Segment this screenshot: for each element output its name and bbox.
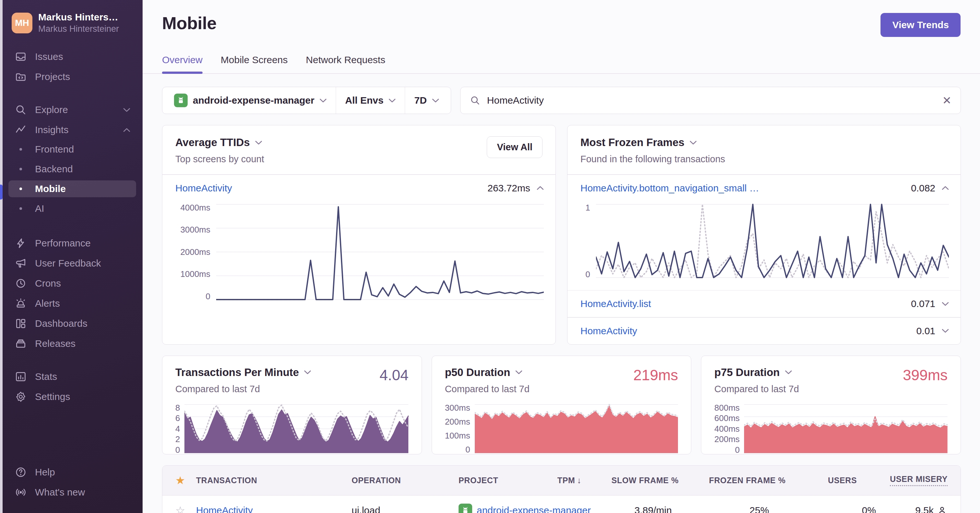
view-trends-button[interactable]: View Trends bbox=[880, 13, 961, 37]
sidebar-item-label: Stats bbox=[35, 371, 130, 382]
expand-icon[interactable] bbox=[942, 329, 949, 333]
p75-area-chart bbox=[744, 403, 948, 454]
transaction-link[interactable]: HomeActivity bbox=[581, 326, 637, 337]
tpm-value: 4.04 bbox=[380, 366, 409, 384]
sidebar-item-frontend[interactable]: Frontend bbox=[8, 141, 136, 158]
user-name: Markus Hintersteiner bbox=[38, 12, 119, 23]
sidebar-item-label: AI bbox=[35, 203, 130, 214]
line-chart-icon bbox=[14, 123, 27, 137]
frozen-frame-cell: 0% bbox=[769, 505, 876, 513]
tab-overview[interactable]: Overview bbox=[162, 54, 202, 73]
dashboard-grid-icon bbox=[14, 317, 27, 330]
sidebar-item-help[interactable]: Help bbox=[8, 463, 136, 481]
date-range-selector[interactable]: 7D bbox=[405, 87, 448, 114]
sidebar-item-mobile[interactable]: Mobile bbox=[8, 180, 136, 197]
main-content: Mobile View Trends Overview Mobile Scree… bbox=[143, 0, 980, 513]
transaction-link[interactable]: HomeActivity.bottom_navigation_small … bbox=[581, 183, 759, 194]
sidebar-item-insights[interactable]: Insights bbox=[8, 121, 136, 139]
collapse-icon[interactable] bbox=[942, 186, 949, 190]
chevron-down-icon[interactable] bbox=[690, 141, 697, 145]
card-title: p75 Duration bbox=[714, 366, 780, 379]
clock-icon bbox=[14, 277, 27, 290]
sidebar-item-label: Projects bbox=[35, 71, 130, 82]
android-platform-icon bbox=[458, 503, 472, 513]
sidebar-item-explore[interactable]: Explore bbox=[8, 101, 136, 119]
bullet-icon bbox=[19, 168, 22, 170]
chevron-down-icon[interactable] bbox=[785, 370, 792, 374]
lightning-icon bbox=[14, 237, 27, 250]
bullet-icon bbox=[19, 207, 22, 210]
chevron-up-icon bbox=[123, 128, 130, 132]
expand-icon[interactable] bbox=[942, 302, 949, 306]
megaphone-icon bbox=[14, 257, 27, 270]
y-axis-labels: 8 6 4 2 0 bbox=[175, 403, 180, 454]
chevron-down-icon[interactable] bbox=[304, 370, 311, 374]
p50-duration-card: p50 Duration Compared to last 7d 219ms 3… bbox=[432, 356, 692, 454]
average-ttids-card: Average TTIDs Top screens by count View … bbox=[162, 125, 556, 345]
sidebar-item-whats-new[interactable]: What's new bbox=[8, 483, 136, 501]
sidebar-item-label: Backend bbox=[35, 164, 130, 175]
android-platform-icon bbox=[174, 94, 188, 107]
sidebar-item-label: Performance bbox=[35, 238, 130, 249]
column-header-operation[interactable]: OPERATION bbox=[352, 476, 458, 485]
chevron-down-icon bbox=[388, 98, 396, 103]
sidebar-item-label: Issues bbox=[35, 51, 130, 62]
star-outline-icon[interactable]: ☆ bbox=[175, 504, 185, 513]
sidebar-item-projects[interactable]: Projects bbox=[8, 68, 136, 86]
column-header-transaction[interactable]: TRANSACTION bbox=[196, 476, 352, 485]
card-subtitle: Compared to last 7d bbox=[175, 384, 311, 394]
environment-value: All Envs bbox=[345, 95, 383, 106]
star-filled-icon[interactable]: ★ bbox=[175, 474, 185, 487]
chevron-down-icon bbox=[123, 108, 130, 112]
sidebar-item-dashboards[interactable]: Dashboards bbox=[8, 314, 136, 333]
chevron-down-icon[interactable] bbox=[515, 370, 522, 374]
search-bar[interactable]: ✕ bbox=[460, 87, 961, 114]
column-header-slow-frame[interactable]: SLOW FRAME % bbox=[581, 476, 679, 485]
transaction-link[interactable]: HomeActivity bbox=[175, 183, 232, 194]
column-header-user-misery[interactable]: USER MISERY bbox=[857, 475, 948, 486]
tpm-card: Transactions Per Minute Compared to last… bbox=[162, 356, 422, 454]
sidebar-item-performance[interactable]: Performance bbox=[8, 234, 136, 252]
transaction-link[interactable]: HomeActivity.list bbox=[581, 298, 651, 309]
sidebar-item-user-feedback[interactable]: User Feedback bbox=[8, 254, 136, 272]
card-title: p50 Duration bbox=[445, 366, 511, 379]
column-header-frozen-frame[interactable]: FROZEN FRAME % bbox=[679, 476, 786, 485]
sidebar-item-ai[interactable]: AI bbox=[8, 200, 136, 217]
column-header-project[interactable]: PROJECT bbox=[458, 476, 500, 485]
sidebar-item-crons[interactable]: Crons bbox=[8, 274, 136, 292]
operation-cell: ui.load bbox=[352, 505, 458, 513]
tab-mobile-screens[interactable]: Mobile Screens bbox=[221, 54, 288, 73]
sidebar-item-alerts[interactable]: Alerts bbox=[8, 294, 136, 313]
chevron-down-icon[interactable] bbox=[255, 141, 262, 145]
most-frozen-frames-card: Most Frozen Frames Found in the followin… bbox=[567, 125, 961, 345]
inbox-icon bbox=[14, 50, 27, 63]
table-row: ☆ HomeActivity ui.load android-expense-m… bbox=[162, 496, 961, 513]
environment-selector[interactable]: All Envs bbox=[336, 87, 405, 114]
chevron-down-icon bbox=[320, 98, 327, 103]
sidebar-item-label: Insights bbox=[35, 124, 115, 135]
sort-desc-icon: ↓ bbox=[577, 475, 581, 486]
org-user-switcher[interactable]: MH Markus Hintersteiner Markus Hinterste… bbox=[8, 12, 136, 34]
card-subtitle: Compared to last 7d bbox=[445, 384, 530, 394]
sidebar-item-stats[interactable]: Stats bbox=[8, 368, 136, 386]
project-link[interactable]: android-expense-manager bbox=[477, 505, 591, 513]
clear-search-icon[interactable]: ✕ bbox=[942, 94, 952, 107]
tpm-area-chart bbox=[185, 403, 408, 454]
sidebar-item-label: Releases bbox=[35, 338, 130, 349]
sidebar-item-settings[interactable]: Settings bbox=[8, 388, 136, 406]
search-icon bbox=[14, 103, 27, 116]
transaction-link[interactable]: HomeActivity bbox=[196, 505, 253, 513]
collapse-icon[interactable] bbox=[537, 186, 544, 190]
tab-network-requests[interactable]: Network Requests bbox=[306, 54, 385, 73]
sidebar-item-issues[interactable]: Issues bbox=[8, 48, 136, 66]
help-icon bbox=[14, 466, 27, 479]
search-input[interactable] bbox=[487, 95, 936, 106]
sidebar-item-backend[interactable]: Backend bbox=[8, 160, 136, 178]
sidebar-item-releases[interactable]: Releases bbox=[8, 335, 136, 353]
sidebar-item-label: Settings bbox=[35, 391, 130, 402]
column-header-tpm[interactable]: TPM↓ bbox=[500, 475, 581, 486]
project-selector[interactable]: android-expense-manager bbox=[165, 87, 336, 114]
card-subtitle: Top screens by count bbox=[175, 154, 264, 165]
column-header-users[interactable]: USERS bbox=[786, 476, 857, 485]
view-all-button[interactable]: View All bbox=[487, 137, 542, 158]
